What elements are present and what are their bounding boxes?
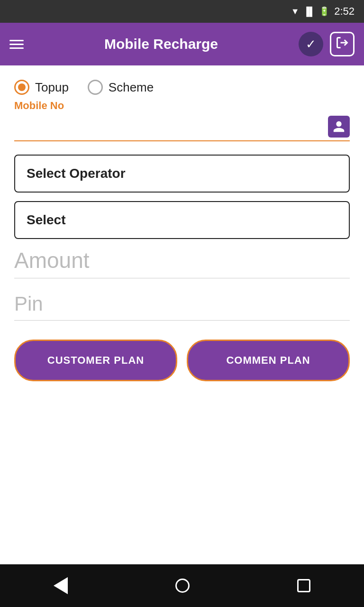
radio-topup-inner [18,83,26,91]
app-bar-actions: ✓ [299,32,355,56]
radio-scheme[interactable]: Scheme [88,80,154,95]
nav-recents-button[interactable] [297,579,310,592]
amount-field [14,248,350,278]
mobile-input-row [14,116,350,141]
select-dropdown[interactable]: Select [14,201,350,239]
mobile-no-label: Mobile No [14,100,350,112]
pin-field [14,293,350,321]
common-plan-button[interactable]: COMMEN PLAN [187,340,350,381]
exit-icon [336,36,349,53]
contact-picker-button[interactable] [328,116,350,138]
select-operator-label: Select Operator [27,166,126,181]
signal-icon: ▐▌ [303,7,316,17]
exit-button[interactable] [330,32,355,56]
back-icon [54,577,68,594]
customer-plan-button[interactable]: CUSTOMER PLAN [14,340,177,381]
battery-icon: 🔋 [319,6,329,17]
radio-scheme-outer [88,80,103,95]
wifi-icon: ▼ [291,7,300,17]
nav-back-button[interactable] [54,577,68,594]
select-label: Select [27,212,66,228]
radio-scheme-label: Scheme [109,80,154,95]
bottom-nav [0,564,364,607]
select-operator-dropdown[interactable]: Select Operator [14,155,350,193]
radio-topup[interactable]: Topup [14,80,69,95]
menu-button[interactable] [9,40,24,49]
bottom-buttons: CUSTOMER PLAN COMMEN PLAN [14,340,350,381]
status-time: 2:52 [334,5,355,18]
radio-group: Topup Scheme [14,80,350,95]
check-icon: ✓ [306,37,316,52]
mobile-no-input[interactable] [14,124,323,138]
home-icon [175,579,190,593]
app-title: Mobile Recharge [33,36,289,52]
recents-icon [297,579,310,592]
app-bar: Mobile Recharge ✓ [0,23,364,65]
status-bar: ▼ ▐▌ 🔋 2:52 [0,0,364,23]
status-icons: ▼ ▐▌ 🔋 [291,6,329,17]
radio-topup-label: Topup [35,80,69,95]
confirm-button[interactable]: ✓ [299,32,323,56]
amount-input[interactable] [14,248,350,278]
nav-home-button[interactable] [175,579,190,593]
main-content: Topup Scheme Mobile No Select Operator S… [0,65,364,564]
pin-input[interactable] [14,293,350,321]
contact-icon [332,120,346,133]
radio-topup-outer [14,80,29,95]
